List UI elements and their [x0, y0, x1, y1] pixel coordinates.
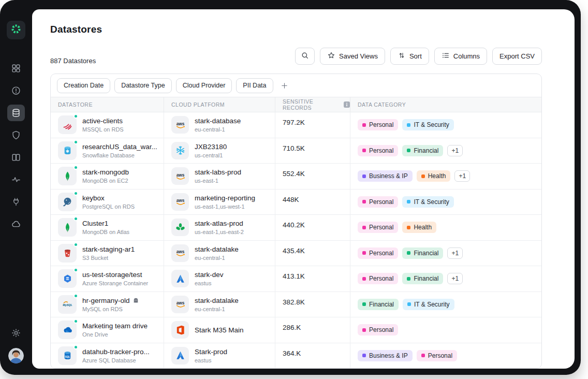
mongodb-icon — [58, 218, 77, 237]
platform-name: Stark M35 Main — [195, 326, 244, 334]
table-row[interactable]: stark-mongodbMongoDB on EC2awsstark-labs… — [51, 164, 541, 190]
grid-icon — [11, 63, 21, 74]
ghost-icon — [133, 297, 139, 304]
sidebar-nav — [7, 60, 25, 232]
settings-gear-icon — [11, 328, 21, 340]
cloud-platform-cell: awsstark-databaseeu-central-1 — [164, 112, 275, 138]
category-badge-it-security: IT & Security — [403, 299, 454, 310]
category-badge-financial: Financial — [402, 273, 443, 284]
category-badge-personal: Personal — [358, 222, 398, 233]
datastore-type: Azure Storange Container — [82, 280, 148, 286]
platform-region: eastus — [195, 280, 224, 286]
more-categories-chip[interactable]: +1 — [454, 170, 470, 182]
svg-text:aws: aws — [176, 301, 184, 305]
datastore-cell: keyboxPostgreSQL on RDS — [51, 190, 164, 215]
sidebar-item-alerts[interactable] — [7, 82, 25, 99]
mongodb-icon — [58, 167, 77, 185]
cloud-platform-cell: Stark-prodeastus — [164, 343, 275, 369]
filter-chip-pii-data[interactable]: PII Data — [236, 78, 273, 93]
azure-icon — [171, 347, 189, 365]
platform-name: stark-datalake — [195, 297, 239, 304]
table-row[interactable]: Marketing team driveOne DriveStark M35 M… — [51, 317, 541, 343]
badge-dot — [407, 302, 411, 306]
filter-chip-creation-date[interactable]: Creation Date — [57, 78, 110, 93]
more-categories-chip[interactable]: +1 — [447, 273, 463, 284]
column-header-data-category[interactable]: Data Category — [350, 97, 541, 112]
info-icon — [344, 101, 350, 108]
saved-views-button[interactable]: Saved Views — [320, 48, 385, 65]
sidebar-item-integrations[interactable] — [7, 194, 25, 210]
mssql-icon — [58, 115, 77, 134]
settings-button[interactable] — [8, 326, 24, 342]
datastore-name: stark-mongodb — [82, 168, 129, 176]
datastore-name: datahub-tracker-pro... — [82, 348, 150, 356]
platform-name: stark-datalake — [195, 245, 239, 253]
platform-name: stark-database — [195, 117, 241, 125]
datastore-name: hr-germany-old — [82, 297, 139, 304]
sort-button[interactable]: Sort — [390, 48, 429, 65]
datastore-cell: MySQLhr-germany-oldMySQL on RDS — [51, 292, 164, 317]
column-header-datastore[interactable]: Datastore — [51, 97, 164, 112]
table-row[interactable]: stark-staging-ar1S3 Bucketawsstark-datal… — [51, 241, 541, 267]
sensitive-records-cell: 440.2K — [275, 215, 350, 240]
table-row[interactable]: researchUS_data_war...Snowflake Database… — [51, 138, 541, 164]
category-badge-it-security: IT & Security — [402, 119, 453, 130]
category-badge-personal: Personal — [358, 145, 398, 156]
azure-storage-icon — [58, 269, 77, 288]
datastore-cell: Cluster1MongoDB on Atlas — [51, 215, 164, 240]
table-body: active-clientsMSSQL on RDSawsstark-datab… — [51, 112, 541, 369]
sensitive-records-value: 364.K — [283, 349, 301, 357]
status-dot — [74, 345, 78, 349]
datastore-type: Snowflake Database — [82, 152, 157, 158]
status-dot — [74, 319, 78, 324]
badge-dot — [362, 226, 366, 229]
main-content: Datastores 887 Datastores Saved Views So… — [32, 9, 575, 369]
table-row[interactable]: active-clientsMSSQL on RDSawsstark-datab… — [51, 112, 541, 138]
svg-text:aws: aws — [176, 198, 184, 203]
badge-dot — [407, 200, 410, 203]
cloud-platform-cell: awsstark-datalakeeu-central-1 — [164, 241, 275, 266]
table-row[interactable]: us-test-storage/testAzure Storange Conta… — [51, 266, 541, 292]
table-row[interactable]: SQLdatahub-tracker-pro...Azure SQL Datab… — [51, 343, 541, 369]
table-row[interactable]: Cluster1MongoDB on Atlasstark-atlas-prod… — [51, 215, 541, 241]
filter-chip-cloud-provider[interactable]: Cloud Provider — [176, 78, 232, 93]
azure-icon — [171, 270, 189, 287]
search-button[interactable] — [295, 48, 315, 65]
sidebar-bottom — [0, 326, 32, 363]
datastore-cell: SQLdatahub-tracker-pro...Azure SQL Datab… — [51, 343, 164, 369]
app-window: Datastores 887 Datastores Saved Views So… — [0, 0, 581, 375]
more-categories-chip[interactable]: +1 — [447, 145, 463, 156]
shield-icon — [11, 130, 21, 140]
category-badge-health: Health — [417, 170, 451, 182]
app-logo[interactable] — [7, 21, 25, 39]
filter-chip-datastore-type[interactable]: Datastore Type — [114, 78, 172, 93]
columns-button[interactable]: Columns — [434, 48, 487, 65]
add-filter-button[interactable] — [277, 78, 292, 93]
sidebar-item-cloud[interactable] — [7, 216, 25, 232]
column-header-cloud-platform[interactable]: Cloud Platform — [164, 97, 275, 112]
user-avatar[interactable] — [8, 348, 24, 363]
svg-text:aws: aws — [176, 122, 184, 126]
sidebar-item-catalog[interactable] — [7, 149, 25, 166]
badge-dot — [407, 226, 410, 229]
more-categories-chip[interactable]: +1 — [447, 247, 463, 259]
table-row[interactable]: keyboxPostgreSQL on RDSawsmarketing-repo… — [51, 190, 541, 215]
sensitive-records-cell: 797.2K — [275, 112, 350, 138]
sensitive-records-cell: 382.8K — [275, 292, 350, 317]
data-category-cell: Business & IPPersonal — [350, 343, 541, 369]
cloud-platform-cell: JXB23180us-central1 — [164, 138, 275, 164]
table-row[interactable]: MySQLhr-germany-oldMySQL on RDSawsstark-… — [51, 292, 541, 318]
sidebar-item-datastores[interactable] — [7, 105, 25, 121]
badge-dot — [407, 123, 410, 127]
sidebar-item-activity[interactable] — [7, 171, 25, 188]
platform-name: Stark-prod — [195, 348, 227, 356]
gear-logo-icon — [10, 23, 22, 37]
platform-name: stark-dev — [195, 271, 224, 279]
sidebar-item-dashboard[interactable] — [7, 60, 25, 77]
database-icon — [11, 108, 21, 118]
sidebar-item-security[interactable] — [7, 127, 25, 143]
svg-text:aws: aws — [176, 173, 184, 178]
column-header-label: Sensitive Records — [283, 98, 341, 111]
column-header-sensitive-records[interactable]: Sensitive Records — [275, 97, 350, 112]
export-csv-button[interactable]: Export CSV — [492, 48, 542, 65]
